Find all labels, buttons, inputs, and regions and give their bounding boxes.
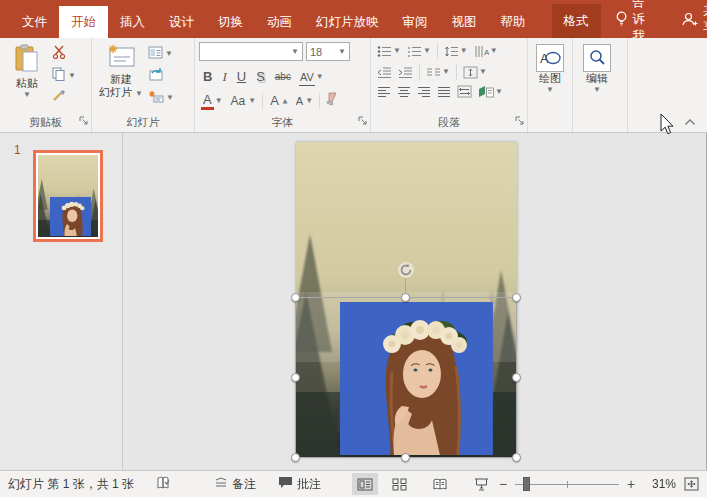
cut-button[interactable] <box>52 45 76 62</box>
zoom-percentage[interactable]: 31% <box>644 477 676 491</box>
svg-text:A: A <box>484 48 489 57</box>
zoom-in-button[interactable]: + <box>624 477 638 491</box>
change-case-glyph: Aa <box>229 92 248 110</box>
mouse-cursor <box>660 113 676 141</box>
spell-check-icon[interactable] <box>156 476 172 493</box>
drawing-label: 绘图 <box>539 72 561 85</box>
slide-sorter-view-button[interactable] <box>386 473 412 495</box>
text-shadow-button[interactable]: S <box>252 68 269 86</box>
format-painter-icon <box>52 89 66 107</box>
reading-view-button[interactable] <box>427 473 453 495</box>
align-text-vertical-button[interactable]: ▼ <box>461 65 489 80</box>
format-painter-button[interactable] <box>52 89 76 106</box>
picture-selection-box[interactable] <box>295 297 517 458</box>
share-button[interactable]: 共享 <box>681 2 707 36</box>
tab-slideshow[interactable]: 幻灯片放映 <box>304 7 391 38</box>
woman-photo-thumbnail <box>50 197 92 237</box>
section-icon <box>148 89 164 107</box>
font-size-value: 18 <box>310 46 322 58</box>
title-tab-bar: 文件 开始 插入 设计 切换 动画 幻灯片放映 审阅 视图 帮助 格式 告诉我 … <box>0 0 707 38</box>
character-spacing-button[interactable]: AV ▼ <box>297 67 326 87</box>
font-size-combo[interactable]: 18 ▼ <box>306 42 350 61</box>
resize-handle-top-center[interactable] <box>401 293 410 302</box>
thumbnail-scene <box>38 155 98 237</box>
resize-handle-middle-left[interactable] <box>291 373 300 382</box>
bullets-button[interactable]: ▼ <box>375 44 403 59</box>
scissors-icon <box>52 45 67 63</box>
notes-button[interactable]: 备注 <box>214 476 256 493</box>
resize-handle-bottom-right[interactable] <box>512 453 521 462</box>
fit-slide-to-window-button[interactable] <box>684 477 699 491</box>
reset-slide-icon <box>148 67 163 85</box>
increase-indent-button[interactable] <box>396 65 415 80</box>
font-dialog-launcher[interactable] <box>358 111 367 129</box>
tab-insert[interactable]: 插入 <box>108 7 157 38</box>
tab-animations[interactable]: 动画 <box>255 7 304 38</box>
add-remove-columns-button[interactable]: ▼ <box>424 65 452 80</box>
font-color-button[interactable]: A ▼ <box>199 92 225 111</box>
align-center-button[interactable] <box>395 85 413 99</box>
tab-review[interactable]: 审阅 <box>391 7 440 38</box>
zoom-slider[interactable] <box>515 477 619 491</box>
resize-handle-middle-right[interactable] <box>512 373 521 382</box>
resize-handle-bottom-left[interactable] <box>291 453 300 462</box>
decrease-font-size-button[interactable]: A ▼ <box>293 91 315 111</box>
convert-to-smartart-button[interactable]: ▼ <box>476 84 505 99</box>
line-spacing-button[interactable]: ▼ <box>442 44 470 59</box>
slide-layout-button[interactable]: ▼ <box>148 45 174 62</box>
tab-help[interactable]: 帮助 <box>489 7 538 38</box>
clipboard-dialog-launcher[interactable] <box>79 111 88 129</box>
chevron-down-icon: ▼ <box>305 97 313 105</box>
paragraph-dialog-launcher[interactable] <box>515 111 524 129</box>
resize-handle-top-right[interactable] <box>512 293 521 302</box>
editing-button[interactable]: 编辑 ▼ <box>577 42 617 94</box>
chevron-down-icon: ▼ <box>479 68 487 76</box>
justify-button[interactable] <box>435 85 453 99</box>
slideshow-view-button[interactable] <box>468 473 494 495</box>
distribute-text-button[interactable] <box>455 84 474 99</box>
resize-handle-bottom-center[interactable] <box>401 453 410 462</box>
new-slide-button[interactable]: 新建 幻灯片 ▼ <box>96 42 146 99</box>
reset-slide-button[interactable] <box>148 67 174 84</box>
slide-thumbnail-1[interactable] <box>33 150 103 242</box>
tab-format-contextual[interactable]: 格式 <box>552 4 601 38</box>
strikethrough-button[interactable]: abc <box>271 68 295 86</box>
italic-button[interactable]: I <box>218 68 230 86</box>
lightbulb-icon <box>615 11 628 27</box>
comments-button[interactable]: 批注 <box>278 476 321 493</box>
rotation-handle[interactable] <box>397 261 415 279</box>
copy-button[interactable]: ▼ <box>52 67 76 84</box>
font-group-label: 字体 <box>195 115 370 130</box>
change-case-button[interactable]: Aa ▼ <box>227 91 259 111</box>
decrease-indent-button[interactable] <box>375 65 394 80</box>
chevron-down-icon: ▼ <box>215 97 223 105</box>
chevron-down-icon: ▼ <box>248 97 256 105</box>
drawing-button[interactable]: A 绘图 ▼ <box>532 42 568 94</box>
tab-design[interactable]: 设计 <box>157 7 206 38</box>
zoom-slider-thumb[interactable] <box>523 477 530 491</box>
slide-canvas[interactable] <box>123 133 707 470</box>
paste-button[interactable]: 粘贴 ▼ <box>4 42 50 99</box>
align-right-button[interactable] <box>415 85 433 99</box>
drawing-icon: A <box>536 44 564 72</box>
zoom-out-button[interactable]: − <box>496 477 510 491</box>
text-direction-button[interactable]: A ▼ <box>472 44 500 59</box>
resize-handle-top-left[interactable] <box>291 293 300 302</box>
normal-view-button[interactable] <box>352 473 378 495</box>
increase-font-size-button[interactable]: A ▼ <box>267 91 291 111</box>
section-button[interactable]: ▼ <box>148 89 174 106</box>
align-left-button[interactable] <box>375 85 393 99</box>
collapse-ribbon-button[interactable] <box>684 113 696 131</box>
tab-home[interactable]: 开始 <box>59 6 108 38</box>
font-color-glyph: A <box>201 93 214 110</box>
clear-formatting-button[interactable] <box>324 92 340 110</box>
font-name-combo[interactable]: ▼ <box>199 42 303 61</box>
tab-file[interactable]: 文件 <box>10 7 59 38</box>
bold-button[interactable]: B <box>199 68 216 86</box>
underline-button[interactable]: U <box>233 68 250 86</box>
tab-transitions[interactable]: 切换 <box>206 7 255 38</box>
slides-group-label: 幻灯片 <box>92 115 194 130</box>
numbering-button[interactable]: ▼ <box>405 44 433 59</box>
tab-view[interactable]: 视图 <box>440 7 489 38</box>
group-drawing: A 绘图 ▼ <box>528 38 573 132</box>
